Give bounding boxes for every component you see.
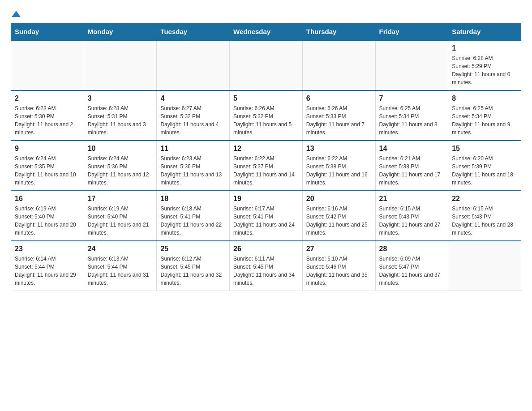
day-number: 4 — [160, 94, 226, 103]
day-cell: 18Sunrise: 6:18 AMSunset: 5:41 PMDayligh… — [157, 191, 230, 241]
day-cell: 23Sunrise: 6:14 AMSunset: 5:44 PMDayligh… — [11, 241, 84, 291]
day-number: 17 — [88, 195, 153, 203]
day-cell: 2Sunrise: 6:28 AMSunset: 5:30 PMDaylight… — [11, 90, 84, 141]
day-cell: 27Sunrise: 6:10 AMSunset: 5:46 PMDayligh… — [302, 241, 375, 291]
day-info: Sunrise: 6:23 AMSunset: 5:36 PMDaylight:… — [160, 154, 226, 187]
week-row-2: 2Sunrise: 6:28 AMSunset: 5:30 PMDaylight… — [11, 90, 521, 141]
day-info: Sunrise: 6:12 AMSunset: 5:45 PMDaylight:… — [160, 255, 226, 287]
day-number: 26 — [233, 245, 299, 253]
day-number: 19 — [233, 195, 299, 203]
day-info: Sunrise: 6:26 AMSunset: 5:33 PMDaylight:… — [306, 104, 372, 137]
day-cell: 19Sunrise: 6:17 AMSunset: 5:41 PMDayligh… — [230, 191, 303, 241]
day-info: Sunrise: 6:20 AMSunset: 5:39 PMDaylight:… — [452, 154, 517, 187]
week-row-4: 16Sunrise: 6:19 AMSunset: 5:40 PMDayligh… — [11, 191, 521, 241]
day-info: Sunrise: 6:27 AMSunset: 5:32 PMDaylight:… — [160, 104, 226, 137]
day-cell: 1Sunrise: 6:28 AMSunset: 5:29 PMDaylight… — [448, 40, 521, 90]
day-number: 8 — [452, 94, 517, 103]
day-number: 20 — [306, 195, 372, 203]
header-thursday: Thursday — [302, 23, 375, 41]
day-cell: 20Sunrise: 6:16 AMSunset: 5:42 PMDayligh… — [302, 191, 375, 241]
day-number: 7 — [379, 94, 445, 103]
header-tuesday: Tuesday — [157, 23, 230, 41]
day-info: Sunrise: 6:10 AMSunset: 5:46 PMDaylight:… — [306, 255, 372, 287]
week-row-1: 1Sunrise: 6:28 AMSunset: 5:29 PMDaylight… — [11, 40, 521, 90]
calendar-table: Sunday Monday Tuesday Wednesday Thursday… — [11, 23, 521, 291]
day-number: 13 — [306, 145, 372, 153]
day-info: Sunrise: 6:28 AMSunset: 5:31 PMDaylight:… — [88, 104, 153, 137]
day-cell — [230, 40, 303, 90]
day-info: Sunrise: 6:26 AMSunset: 5:32 PMDaylight:… — [233, 104, 299, 137]
day-info: Sunrise: 6:19 AMSunset: 5:40 PMDaylight:… — [15, 205, 80, 237]
day-number: 15 — [452, 145, 517, 153]
day-number: 14 — [379, 145, 445, 153]
day-cell: 4Sunrise: 6:27 AMSunset: 5:32 PMDaylight… — [157, 90, 230, 141]
logo — [11, 11, 21, 16]
header-wednesday: Wednesday — [230, 23, 303, 41]
day-info: Sunrise: 6:24 AMSunset: 5:36 PMDaylight:… — [88, 154, 153, 187]
day-cell — [157, 40, 230, 90]
day-number: 1 — [452, 44, 517, 52]
day-info: Sunrise: 6:25 AMSunset: 5:34 PMDaylight:… — [452, 104, 517, 137]
day-cell: 7Sunrise: 6:25 AMSunset: 5:34 PMDaylight… — [375, 90, 448, 141]
day-cell: 15Sunrise: 6:20 AMSunset: 5:39 PMDayligh… — [448, 141, 521, 191]
day-number: 10 — [88, 145, 153, 153]
day-info: Sunrise: 6:22 AMSunset: 5:37 PMDaylight:… — [233, 154, 299, 187]
day-cell: 11Sunrise: 6:23 AMSunset: 5:36 PMDayligh… — [157, 141, 230, 191]
day-cell — [302, 40, 375, 90]
day-info: Sunrise: 6:28 AMSunset: 5:29 PMDaylight:… — [452, 54, 517, 86]
day-cell: 6Sunrise: 6:26 AMSunset: 5:33 PMDaylight… — [302, 90, 375, 141]
day-cell: 16Sunrise: 6:19 AMSunset: 5:40 PMDayligh… — [11, 191, 84, 241]
day-number: 16 — [15, 195, 80, 203]
header-friday: Friday — [375, 23, 448, 41]
day-cell: 26Sunrise: 6:11 AMSunset: 5:45 PMDayligh… — [230, 241, 303, 291]
day-number: 27 — [306, 245, 372, 253]
day-cell: 5Sunrise: 6:26 AMSunset: 5:32 PMDaylight… — [230, 90, 303, 141]
day-info: Sunrise: 6:24 AMSunset: 5:35 PMDaylight:… — [15, 154, 80, 187]
day-cell: 14Sunrise: 6:21 AMSunset: 5:38 PMDayligh… — [375, 141, 448, 191]
page-header — [11, 11, 521, 16]
day-cell — [84, 40, 157, 90]
day-cell: 17Sunrise: 6:19 AMSunset: 5:40 PMDayligh… — [84, 191, 157, 241]
day-info: Sunrise: 6:15 AMSunset: 5:43 PMDaylight:… — [379, 205, 445, 237]
day-cell — [375, 40, 448, 90]
day-cell: 3Sunrise: 6:28 AMSunset: 5:31 PMDaylight… — [84, 90, 157, 141]
day-info: Sunrise: 6:25 AMSunset: 5:34 PMDaylight:… — [379, 104, 445, 137]
header-row: Sunday Monday Tuesday Wednesday Thursday… — [11, 23, 521, 41]
day-info: Sunrise: 6:17 AMSunset: 5:41 PMDaylight:… — [233, 205, 299, 237]
day-cell: 10Sunrise: 6:24 AMSunset: 5:36 PMDayligh… — [84, 141, 157, 191]
day-cell: 24Sunrise: 6:13 AMSunset: 5:44 PMDayligh… — [84, 241, 157, 291]
day-info: Sunrise: 6:19 AMSunset: 5:40 PMDaylight:… — [88, 205, 153, 237]
week-row-5: 23Sunrise: 6:14 AMSunset: 5:44 PMDayligh… — [11, 241, 521, 291]
day-number: 2 — [15, 94, 80, 103]
day-number: 6 — [306, 94, 372, 103]
day-info: Sunrise: 6:14 AMSunset: 5:44 PMDaylight:… — [15, 255, 80, 287]
day-info: Sunrise: 6:28 AMSunset: 5:30 PMDaylight:… — [15, 104, 80, 137]
header-monday: Monday — [84, 23, 157, 41]
day-info: Sunrise: 6:15 AMSunset: 5:43 PMDaylight:… — [452, 205, 517, 237]
day-info: Sunrise: 6:13 AMSunset: 5:44 PMDaylight:… — [88, 255, 153, 287]
day-cell — [11, 40, 84, 90]
day-info: Sunrise: 6:22 AMSunset: 5:38 PMDaylight:… — [306, 154, 372, 187]
day-cell: 21Sunrise: 6:15 AMSunset: 5:43 PMDayligh… — [375, 191, 448, 241]
day-number: 28 — [379, 245, 445, 253]
day-number: 18 — [160, 195, 226, 203]
day-number: 5 — [233, 94, 299, 103]
day-cell: 28Sunrise: 6:09 AMSunset: 5:47 PMDayligh… — [375, 241, 448, 291]
week-row-3: 9Sunrise: 6:24 AMSunset: 5:35 PMDaylight… — [11, 141, 521, 191]
day-number: 9 — [15, 145, 80, 153]
header-saturday: Saturday — [448, 23, 521, 41]
day-cell: 25Sunrise: 6:12 AMSunset: 5:45 PMDayligh… — [157, 241, 230, 291]
day-info: Sunrise: 6:09 AMSunset: 5:47 PMDaylight:… — [379, 255, 445, 287]
day-number: 3 — [88, 94, 153, 103]
day-info: Sunrise: 6:16 AMSunset: 5:42 PMDaylight:… — [306, 205, 372, 237]
day-number: 22 — [452, 195, 517, 203]
day-number: 23 — [15, 245, 80, 253]
day-cell — [448, 241, 521, 291]
day-cell: 12Sunrise: 6:22 AMSunset: 5:37 PMDayligh… — [230, 141, 303, 191]
day-number: 12 — [233, 145, 299, 153]
day-info: Sunrise: 6:18 AMSunset: 5:41 PMDaylight:… — [160, 205, 226, 237]
day-cell: 22Sunrise: 6:15 AMSunset: 5:43 PMDayligh… — [448, 191, 521, 241]
day-number: 24 — [88, 245, 153, 253]
day-number: 21 — [379, 195, 445, 203]
day-info: Sunrise: 6:11 AMSunset: 5:45 PMDaylight:… — [233, 255, 299, 287]
